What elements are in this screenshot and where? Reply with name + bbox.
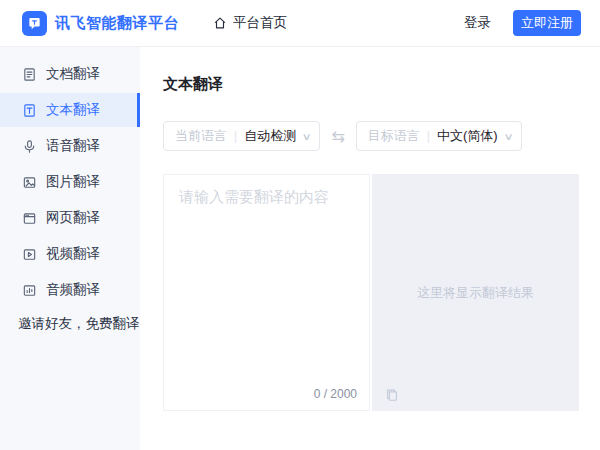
sidebar-item-label: 文本翻译 [46,101,100,119]
source-text-input[interactable] [164,175,369,385]
login-link[interactable]: 登录 [464,14,491,32]
target-language-value: 中文(简体) [437,127,498,145]
copy-result-icon[interactable] [385,388,399,402]
image-translate-icon [22,175,37,190]
swap-languages-icon[interactable]: ⇆ [331,127,344,146]
char-counter: 0 / 2000 [314,387,357,401]
target-language-prefix: 目标语言 [368,127,420,145]
sidebar-item-voice-translate[interactable]: 语音翻译 [0,129,140,163]
document-translate-icon [22,67,37,82]
register-button[interactable]: 立即注册 [513,10,581,36]
sidebar-item-text-translate[interactable]: 文本翻译 [0,93,140,127]
source-language-value: 自动检测 [244,127,296,145]
chevron-down-icon: ∨ [302,131,312,142]
sidebar-item-document-translate[interactable]: 文档翻译 [0,57,140,91]
nav-home-label: 平台首页 [233,14,287,32]
translate-panels: 0 / 2000 这里将显示翻译结果 [163,174,600,411]
nav-home-link[interactable]: 平台首页 [213,14,287,32]
sidebar-item-label: 图片翻译 [46,173,100,191]
home-icon [213,16,227,30]
target-language-select[interactable]: 目标语言 | 中文(简体) ∨ [356,121,522,151]
voice-translate-icon [22,139,37,154]
translation-result-panel: 这里将显示翻译结果 [372,174,579,411]
sidebar-item-label: 网页翻译 [46,209,100,227]
logo-text: 讯飞智能翻译平台 [55,14,179,33]
top-header: 讯飞智能翻译平台 平台首页 登录 立即注册 [0,0,600,47]
text-translate-icon [22,103,37,118]
sidebar-item-audio-translate[interactable]: 音频翻译 [0,273,140,307]
sidebar-item-label: 语音翻译 [46,137,100,155]
invite-friends-link[interactable]: 邀请好友，免费翻译 [0,315,140,333]
logo-chat-bubble-icon [22,11,47,36]
platform-logo[interactable]: 讯飞智能翻译平台 [22,11,179,36]
divider: | [427,129,430,143]
divider: | [234,129,237,143]
sidebar-item-webpage-translate[interactable]: 网页翻译 [0,201,140,235]
webpage-translate-icon [22,211,37,226]
chevron-down-icon: ∨ [503,131,513,142]
sidebar: 文档翻译 文本翻译 语音翻译 图片翻译 [0,47,140,450]
sidebar-item-image-translate[interactable]: 图片翻译 [0,165,140,199]
result-placeholder-text: 这里将显示翻译结果 [417,284,534,302]
sidebar-item-label: 文档翻译 [46,65,100,83]
audio-translate-icon [22,283,37,298]
page-title: 文本翻译 [163,75,600,94]
source-language-select[interactable]: 当前语言 | 自动检测 ∨ [163,121,320,151]
sidebar-item-label: 音频翻译 [46,281,100,299]
main-content: 文本翻译 当前语言 | 自动检测 ∨ ⇆ 目标语言 | 中文(简体) ∨ 0 /… [140,47,600,450]
sidebar-item-video-translate[interactable]: 视频翻译 [0,237,140,271]
source-text-panel: 0 / 2000 [163,174,370,411]
video-translate-icon [22,247,37,262]
source-language-prefix: 当前语言 [175,127,227,145]
sidebar-item-label: 视频翻译 [46,245,100,263]
language-bar: 当前语言 | 自动检测 ∨ ⇆ 目标语言 | 中文(简体) ∨ [163,121,600,151]
